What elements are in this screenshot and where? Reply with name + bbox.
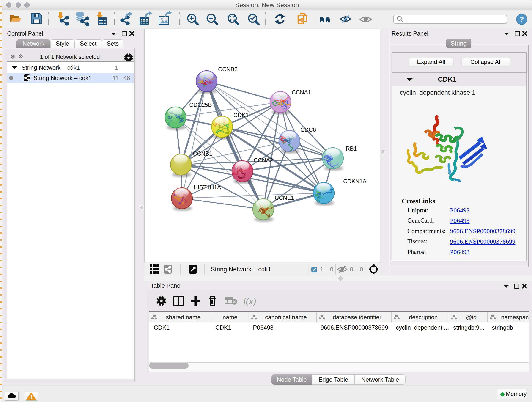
- svg-text:HIST1H1A: HIST1H1A: [194, 184, 221, 191]
- svg-text:0 – 0: 0 – 0: [350, 266, 363, 273]
- svg-text:CDC25B: CDC25B: [189, 102, 212, 108]
- svg-text:@id: @id: [466, 314, 477, 321]
- svg-text:CCNA2: CCNA2: [254, 157, 273, 163]
- svg-text:canonical name: canonical name: [265, 314, 307, 321]
- svg-text:CCNB2: CCNB2: [218, 66, 238, 72]
- svg-text:String Network – cdk1: String Network – cdk1: [33, 75, 92, 81]
- svg-text:48: 48: [123, 75, 130, 81]
- svg-text:String Network – cdk1: String Network – cdk1: [211, 266, 271, 273]
- svg-text:description: description: [409, 314, 438, 321]
- svg-text:CCNA1: CCNA1: [292, 89, 311, 95]
- svg-text:RB1: RB1: [346, 145, 357, 152]
- svg-text:String Network – cdk1: String Network – cdk1: [22, 64, 80, 71]
- svg-text:1: 1: [115, 64, 118, 71]
- svg-text:database identifier: database identifier: [333, 314, 381, 321]
- svg-text:f(x): f(x): [243, 296, 256, 306]
- svg-text:CDC6: CDC6: [300, 127, 316, 133]
- svg-text:namespace: namespace: [501, 314, 529, 321]
- svg-text:shared name: shared name: [166, 314, 201, 321]
- svg-text:11: 11: [113, 75, 119, 81]
- svg-text:CCNE1: CCNE1: [275, 195, 294, 201]
- svg-text:CDK1: CDK1: [438, 75, 457, 83]
- svg-text:CCNB1: CCNB1: [193, 150, 212, 157]
- svg-text:CDKN1A: CDKN1A: [343, 178, 367, 185]
- svg-text:name: name: [222, 314, 237, 321]
- svg-text:1 – 0: 1 – 0: [320, 266, 333, 273]
- svg-text:CDK1: CDK1: [234, 112, 249, 118]
- svg-text:?: ?: [519, 15, 524, 23]
